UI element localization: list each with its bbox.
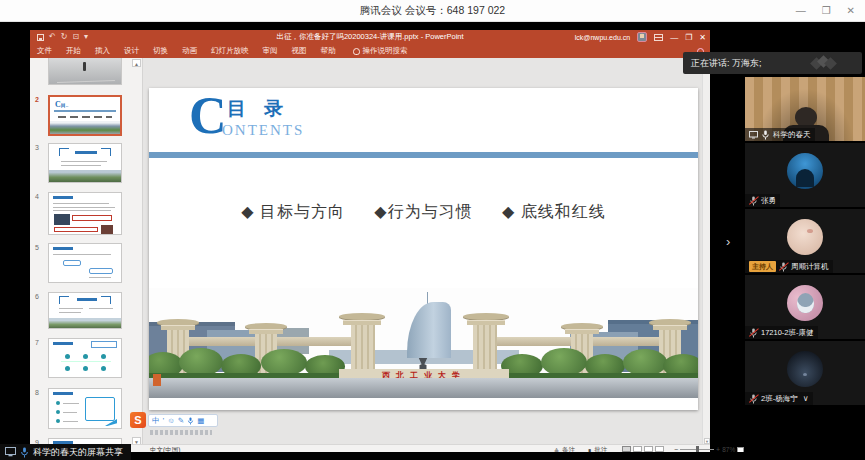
- tab-animations[interactable]: 动画: [175, 44, 204, 58]
- toc-items: ◆ 目标与方向 ◆行为与习惯 ◆ 底线和红线: [149, 202, 698, 223]
- host-badge: 主持人: [749, 261, 776, 272]
- slide-number: 2: [35, 96, 39, 103]
- participant-avatar: [787, 351, 823, 387]
- ppt-minimize-icon[interactable]: —: [670, 33, 678, 42]
- thumbnail-slide-2-selected[interactable]: C目..: [48, 95, 122, 136]
- ppt-workspace: 2 C目.. 3 4: [30, 58, 710, 446]
- meeting-title: 腾讯会议 会议号：648 197 022: [360, 4, 505, 18]
- slide-thumbnail-panel[interactable]: 2 C目.. 3 4: [30, 58, 143, 446]
- sogou-mode-toggle[interactable]: 中: [152, 417, 160, 425]
- undo-icon[interactable]: ↶: [49, 33, 56, 41]
- share-banner-text: 科学的春天的屏幕共享: [33, 446, 123, 459]
- ribbon-display-icon[interactable]: [654, 34, 663, 41]
- customize-qat-icon[interactable]: ▾: [84, 33, 88, 41]
- share-monitor-icon: [5, 447, 16, 457]
- sogou-skin-caption-blurred: [150, 430, 212, 435]
- screen-share-icon: [749, 131, 758, 139]
- zoom-slider[interactable]: [680, 449, 714, 450]
- lightbulb-icon: [353, 48, 360, 55]
- participant-avatar: [787, 153, 823, 189]
- slide-number: 7: [35, 339, 39, 346]
- quick-access-toolbar: ↶ ↻ ⊡ ▾: [30, 33, 88, 41]
- sidebar-collapse-icon[interactable]: ›: [726, 234, 730, 249]
- slide-number: 4: [35, 193, 39, 200]
- tab-view[interactable]: 视图: [285, 44, 314, 58]
- sogou-pen-icon[interactable]: ✎: [178, 417, 184, 425]
- sogou-mic-icon[interactable]: [187, 417, 194, 425]
- campus-photo: 西北工业大学: [149, 288, 698, 398]
- plaza: [149, 378, 698, 398]
- sogou-emoji-icon[interactable]: ☺: [167, 417, 175, 425]
- sogou-keyboard-icon[interactable]: ▦: [197, 417, 204, 425]
- participant-name: 张勇: [761, 196, 776, 206]
- participant-tile[interactable]: 17210-2班-康健: [745, 275, 865, 339]
- tab-help[interactable]: 帮助: [314, 44, 343, 58]
- speaking-toast-text: 正在讲话: 万海东;: [691, 57, 762, 70]
- thumbnail-slide-8[interactable]: [48, 388, 122, 429]
- sogou-logo[interactable]: S: [130, 412, 146, 428]
- slide-editor: C 目录 ONTENTS ◆ 目标与方向 ◆行为与习惯 ◆ 底线和红线: [143, 58, 710, 446]
- tab-review[interactable]: 审阅: [256, 44, 285, 58]
- thumbnail-slide-5[interactable]: [48, 243, 122, 283]
- video-person-head: [795, 107, 817, 127]
- slide-number: 6: [35, 293, 39, 300]
- tab-file[interactable]: 文件: [30, 44, 59, 58]
- participant-name: 2班-杨海宁: [761, 394, 798, 404]
- toc-item: ◆行为与习惯: [374, 203, 472, 220]
- participant-avatar: [787, 219, 823, 255]
- ppt-restore-icon[interactable]: ❐: [685, 33, 692, 42]
- barrier: [153, 374, 161, 386]
- participant-tile[interactable]: 主持人 周顺计算机: [745, 209, 865, 273]
- minimize-icon[interactable]: —: [796, 6, 806, 16]
- thumbnail-slide-6[interactable]: [48, 292, 122, 329]
- participant-tile[interactable]: 科学的春天: [745, 77, 865, 141]
- account-email[interactable]: lck@nwpu.edu.cn: [575, 34, 630, 41]
- ribbon-tab-row: 文件 开始 插入 设计 切换 动画 幻灯片放映 审阅 视图 帮助 操作说明搜索: [30, 44, 710, 58]
- screen-share-banner: 科学的春天的屏幕共享: [0, 444, 131, 460]
- thumbnail-slide-1[interactable]: [48, 58, 122, 85]
- participant-tile[interactable]: 2班-杨海宁 ∨: [745, 341, 865, 405]
- sogou-punct-icon[interactable]: ’: [163, 417, 165, 425]
- mic-muted-icon: [749, 328, 758, 338]
- thumbnail-slide-4[interactable]: [48, 192, 122, 235]
- toc-item: ◆ 底线和红线: [502, 203, 606, 220]
- thumbnail-slide-3[interactable]: [48, 143, 122, 183]
- tab-insert[interactable]: 插入: [88, 44, 117, 58]
- meeting-titlebar: 腾讯会议 会议号：648 197 022 — ❐ ✕: [0, 0, 865, 22]
- toc-title-cn: 目录: [227, 96, 301, 122]
- slide-number: 3: [35, 144, 39, 151]
- ppt-titlebar: ↶ ↻ ⊡ ▾ 出征，你准备好了吗20200324-讲课用.pptx - Pow…: [30, 30, 710, 44]
- participant-avatar: [787, 285, 823, 321]
- participant-tile[interactable]: 张勇: [745, 143, 865, 207]
- account-avatar[interactable]: [637, 32, 647, 42]
- participant-name: 17210-2班-康健: [761, 328, 814, 338]
- tab-slideshow[interactable]: 幻灯片放映: [204, 44, 256, 58]
- slide-number: 8: [35, 389, 39, 396]
- editor-scrollbar[interactable]: ▼: [702, 58, 710, 446]
- mic-on-icon: [761, 130, 770, 140]
- tab-design[interactable]: 设计: [117, 44, 146, 58]
- tab-home[interactable]: 开始: [59, 44, 88, 58]
- slideshow-icon[interactable]: ⊡: [72, 33, 79, 41]
- thumb-scroll-up-icon[interactable]: ▲: [132, 59, 141, 67]
- powerpoint-window: ↶ ↻ ⊡ ▾ 出征，你准备好了吗20200324-讲课用.pptx - Pow…: [30, 30, 710, 453]
- share-mic-icon: [20, 447, 29, 458]
- mic-muted-icon: [749, 196, 758, 206]
- toc-letter: C: [189, 90, 227, 142]
- save-icon[interactable]: [37, 34, 44, 41]
- redo-icon[interactable]: ↻: [61, 33, 68, 41]
- participant-name: 周顺计算机: [791, 262, 829, 272]
- thumbnail-slide-7[interactable]: [48, 338, 122, 378]
- maximize-icon[interactable]: ❐: [822, 6, 831, 16]
- sogou-toolbar[interactable]: 中 ’ ☺ ✎ ▦: [148, 414, 218, 427]
- speaking-toast: 正在讲话: 万海东;: [683, 52, 862, 74]
- chevron-down-icon[interactable]: ∨: [803, 394, 809, 403]
- tell-me-search[interactable]: 操作说明搜索: [343, 46, 408, 56]
- close-icon[interactable]: ✕: [847, 6, 855, 16]
- participant-name: 科学的春天: [773, 130, 811, 140]
- slide-number: 5: [35, 244, 39, 251]
- slide-canvas[interactable]: C 目录 ONTENTS ◆ 目标与方向 ◆行为与习惯 ◆ 底线和红线: [149, 88, 698, 410]
- tab-transitions[interactable]: 切换: [146, 44, 175, 58]
- ppt-close-icon[interactable]: ✕: [699, 33, 706, 42]
- mic-muted-icon: [749, 394, 758, 404]
